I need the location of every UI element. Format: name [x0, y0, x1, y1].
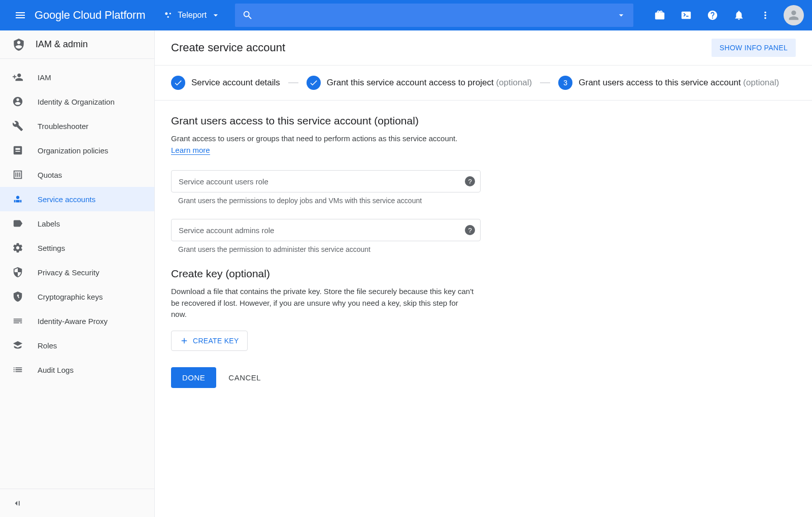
- collapse-icon: [12, 498, 23, 509]
- sidebar-header: IAM & admin: [0, 30, 154, 59]
- hamburger-menu-button[interactable]: [8, 3, 32, 27]
- search-bar[interactable]: [235, 4, 633, 27]
- form-actions: DONE CANCEL: [155, 351, 812, 404]
- sidebar-item-roles[interactable]: Roles: [0, 333, 154, 358]
- project-name: Teleport: [178, 11, 207, 20]
- step-2-label: Grant this service account access to pro…: [327, 78, 532, 88]
- sidebar-item-label: Troubleshooter: [38, 122, 88, 131]
- step-2-check-icon: [307, 76, 321, 90]
- header-icon-group: [648, 3, 804, 27]
- sidebar-item-org-policies[interactable]: Organization policies: [0, 138, 154, 163]
- svg-point-1: [170, 13, 171, 14]
- step-1[interactable]: Service account details: [171, 76, 280, 90]
- create-key-button[interactable]: CREATE KEY: [171, 331, 248, 351]
- sidebar-item-labels[interactable]: Labels: [0, 211, 154, 236]
- step-dash: [288, 82, 298, 83]
- search-dropdown-icon[interactable]: [616, 10, 626, 20]
- show-info-panel-button[interactable]: SHOW INFO PANEL: [712, 39, 796, 57]
- stepper: Service account details Grant this servi…: [155, 66, 812, 101]
- dropdown-icon: [211, 10, 221, 20]
- sidebar-item-label: Settings: [38, 244, 65, 252]
- sidebar-item-label: Privacy & Security: [38, 268, 99, 277]
- key-section-desc: Download a file that contains the privat…: [171, 286, 476, 320]
- step-2[interactable]: Grant this service account access to pro…: [307, 76, 532, 90]
- step-1-check-icon: [171, 76, 185, 90]
- sidebar-item-service-accounts[interactable]: Service accounts: [0, 187, 154, 211]
- admins-role-field-group: Service account admins role ? Grant user…: [171, 219, 626, 253]
- sidebar-item-privacy-security[interactable]: Privacy & Security: [0, 260, 154, 284]
- sidebar-item-troubleshooter[interactable]: Troubleshooter: [0, 114, 154, 138]
- gear-icon: [12, 242, 23, 253]
- account-avatar[interactable]: [784, 5, 804, 25]
- field-label: Service account users role: [179, 177, 268, 186]
- sidebar-item-iam[interactable]: IAM: [0, 65, 154, 89]
- sidebar-item-quotas[interactable]: Quotas: [0, 163, 154, 187]
- bell-icon: [733, 10, 745, 21]
- quota-icon: [12, 169, 23, 180]
- sidebar-item-label: Identity-Aware Proxy: [38, 317, 108, 326]
- done-button[interactable]: DONE: [171, 367, 216, 388]
- sidebar-item-label: Service accounts: [38, 195, 95, 204]
- help-button[interactable]: [700, 3, 725, 27]
- svg-point-2: [167, 16, 169, 18]
- hat-icon: [12, 340, 23, 351]
- sidebar-item-settings[interactable]: Settings: [0, 236, 154, 260]
- sidebar-item-identity-org[interactable]: Identity & Organization: [0, 89, 154, 114]
- list-icon: [12, 364, 23, 375]
- sidebar-item-label: Audit Logs: [38, 366, 74, 374]
- sidebar-item-label: IAM: [38, 73, 51, 82]
- step-3-label: Grant users access to this service accou…: [579, 78, 779, 88]
- step-dash: [540, 82, 550, 83]
- sidebar-item-crypto-keys[interactable]: Cryptographic keys: [0, 284, 154, 309]
- project-dots-icon: [163, 10, 174, 20]
- plus-icon: [180, 336, 189, 345]
- gift-icon: [654, 10, 665, 21]
- help-icon[interactable]: ?: [465, 176, 475, 186]
- sidebar-item-label: Identity & Organization: [38, 98, 115, 106]
- create-key-section: Create key (optional) Download a file th…: [155, 253, 642, 351]
- gift-button[interactable]: [648, 3, 672, 27]
- step-3-number: 3: [558, 76, 572, 90]
- key-section-title: Create key (optional): [171, 268, 626, 280]
- shield-icon: [12, 267, 23, 278]
- more-button[interactable]: [753, 3, 777, 27]
- logo: Google Cloud Platform: [35, 9, 145, 22]
- top-header: Google Cloud Platform Teleport: [0, 0, 812, 30]
- sidebar-item-label: Labels: [38, 219, 60, 228]
- sidebar-item-label: Quotas: [38, 171, 62, 179]
- help-icon[interactable]: ?: [465, 225, 475, 235]
- service-account-admins-role-input[interactable]: Service account admins role ?: [171, 219, 481, 241]
- help-icon: [707, 10, 718, 21]
- search-input[interactable]: [259, 11, 616, 20]
- search-icon: [242, 10, 253, 21]
- wrench-icon: [12, 120, 23, 132]
- sidebar-title: IAM & admin: [36, 39, 88, 50]
- page-title: Create service account: [171, 41, 285, 54]
- person-icon: [787, 8, 801, 22]
- body-container: IAM & admin IAM Identity & Organization …: [0, 30, 812, 517]
- project-selector[interactable]: Teleport: [163, 10, 221, 20]
- field-hint: Grant users the permission to administer…: [171, 245, 481, 253]
- sidebar: IAM & admin IAM Identity & Organization …: [0, 30, 155, 517]
- field-label: Service account admins role: [179, 226, 274, 235]
- grant-users-section: Grant users access to this service accou…: [155, 101, 642, 253]
- grant-section-title: Grant users access to this service accou…: [171, 115, 626, 127]
- sidebar-item-label: Roles: [38, 341, 57, 350]
- notifications-button[interactable]: [727, 3, 751, 27]
- sidebar-item-iap[interactable]: Identity-Aware Proxy: [0, 309, 154, 333]
- key-shield-icon: [12, 291, 23, 302]
- service-account-users-role-input[interactable]: Service account users role ?: [171, 170, 481, 192]
- cancel-button[interactable]: CANCEL: [228, 373, 261, 382]
- sidebar-item-audit-logs[interactable]: Audit Logs: [0, 358, 154, 382]
- sidebar-item-label: Cryptographic keys: [38, 293, 103, 301]
- label-icon: [12, 218, 23, 229]
- sidebar-item-label: Organization policies: [38, 146, 108, 155]
- sidebar-nav: IAM Identity & Organization Troubleshoot…: [0, 59, 154, 489]
- learn-more-link[interactable]: Learn more: [171, 146, 210, 155]
- main-header: Create service account SHOW INFO PANEL: [155, 30, 812, 66]
- document-icon: [12, 145, 23, 156]
- step-1-label: Service account details: [191, 78, 280, 88]
- sidebar-collapse-button[interactable]: [0, 489, 154, 517]
- step-3[interactable]: 3 Grant users access to this service acc…: [558, 76, 779, 90]
- cloud-shell-button[interactable]: [674, 3, 698, 27]
